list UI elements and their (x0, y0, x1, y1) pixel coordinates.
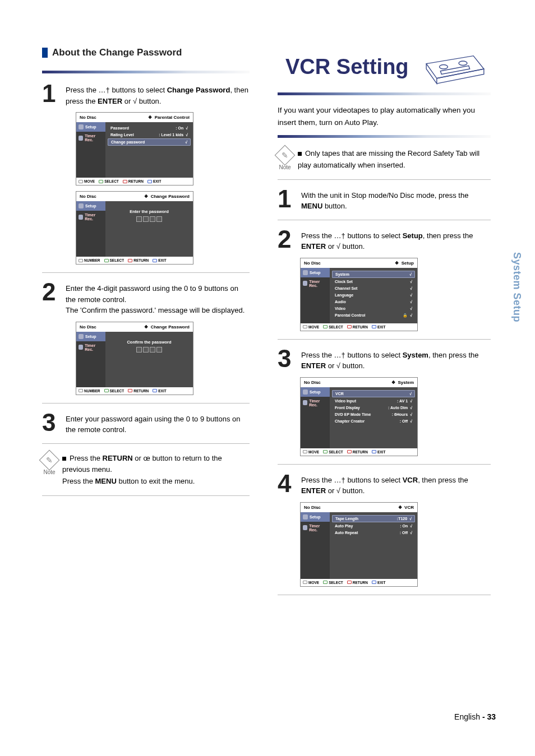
vcr-title-box: VCR Setting (278, 45, 491, 89)
osd-foot-icon (347, 450, 352, 453)
step-text: Press the …† buttons to select VCR, then… (301, 472, 491, 497)
osd-status: No Disc (304, 380, 321, 385)
osd-menu-row: VCR√ (332, 390, 415, 397)
osd-status: No Disc (304, 261, 321, 266)
step-3: 3 Enter your password again using the 0 … (42, 411, 250, 435)
osd-side-setup: Setup (301, 387, 330, 397)
timer-icon (79, 345, 83, 350)
osd-side-timer: Timer Rec. (301, 397, 330, 409)
osd-foot-item: MOVE (79, 179, 95, 183)
osd-foot-item: EXIT (153, 389, 166, 393)
divider (278, 595, 491, 595)
osd-rows-system: VCR√Video Input: AV 1√Front Display: Aut… (330, 387, 417, 448)
divider (42, 495, 250, 496)
note-block: ✎ Note Only tapes that are missing the R… (278, 147, 491, 171)
osd-side-setup: Setup (76, 332, 105, 341)
osd-foot-icon (104, 259, 109, 262)
timer-icon (79, 136, 83, 141)
osd-password-entry: Enter the password (105, 203, 193, 229)
osd-parental-control: No Disc ❖ Parental Control Setup Timer R… (76, 112, 193, 185)
osd-side-setup: Setup (76, 122, 105, 132)
divider (42, 403, 250, 403)
osd-foot-item: SELECT (323, 581, 343, 585)
osd-title: ❖ Setup (395, 261, 414, 266)
osd-foot-icon (372, 581, 376, 584)
osd-menu-row: Rating Level: Level 1 kids√ (108, 132, 191, 138)
osd-menu-row: Front Display: Auto Dim√ (332, 405, 415, 411)
timer-icon (303, 400, 307, 405)
cassette-icon (423, 53, 487, 85)
step-1-right: 1 With the unit in Stop mode/No Disc mod… (278, 188, 491, 212)
osd-foot-icon (128, 259, 132, 262)
osd-menu-row: DVD EP Mode Time: 6Hours√ (332, 411, 415, 418)
timer-icon (303, 525, 307, 530)
osd-foot-icon (123, 180, 127, 183)
step-number-icon: 2 (42, 281, 59, 303)
divider (278, 220, 491, 220)
osd-side-timer: Timer Rec. (76, 341, 105, 354)
osd-status: No Disc (80, 115, 96, 120)
step-number-icon: 3 (42, 411, 59, 434)
osd-setup-menu: No Disc ❖ Setup Setup Timer Rec. System√… (300, 258, 418, 331)
svg-point-1 (459, 61, 467, 65)
osd-status: No Disc (304, 505, 321, 510)
osd-menu-row: System√ (332, 271, 415, 278)
divider (278, 339, 491, 340)
osd-foot-item: SELECT (323, 325, 343, 329)
bullet-icon (62, 457, 66, 461)
osd-vcr-menu: No Disc ❖ VCR Setup Timer Rec. Tape Leng… (300, 502, 418, 587)
osd-side-timer: Timer Rec. (76, 211, 105, 223)
osd-foot-icon (303, 325, 307, 328)
osd-foot-icon (147, 180, 152, 183)
osd-foot-icon (372, 325, 376, 328)
osd-foot-icon (153, 389, 157, 392)
step-number-icon: 1 (278, 188, 294, 210)
section-title: About the Change Password (52, 47, 182, 58)
osd-foot-item: MOVE (303, 325, 319, 329)
osd-menu-row: Video Input: AV 1√ (332, 398, 415, 404)
osd-foot-icon (347, 325, 352, 328)
gear-icon (79, 334, 84, 339)
osd-side-timer: Timer Rec. (76, 132, 105, 144)
step-text: Press the …† buttons to select Setup, th… (301, 228, 491, 252)
divider (278, 464, 491, 465)
osd-password-confirm: Confirm the password (105, 334, 193, 359)
osd-title: ❖ VCR (398, 505, 414, 510)
lock-icon: 🔒 (403, 313, 408, 318)
osd-foot-item: RETURN (347, 450, 368, 454)
osd-foot-icon (323, 581, 328, 584)
osd-side-setup: Setup (301, 512, 330, 522)
osd-foot-icon (323, 450, 328, 453)
osd-footer: MOVESELECTRETURNEXIT (301, 579, 417, 586)
osd-title: ❖ Change Password (144, 194, 190, 199)
osd-foot-icon (303, 581, 307, 584)
osd-menu-row: Channel Set√ (332, 285, 415, 291)
gear-icon (79, 124, 84, 129)
osd-foot-icon (79, 389, 83, 392)
osd-foot-item: EXIT (153, 258, 166, 262)
section-header: About the Change Password (42, 45, 250, 63)
timer-icon (79, 215, 83, 220)
step-number-icon: 1 (42, 82, 59, 105)
osd-menu-row: Password: On√ (108, 125, 191, 131)
osd-menu-row: Auto Repeat: Off√ (332, 530, 415, 536)
divider (42, 443, 250, 444)
osd-menu-row: Video√ (332, 305, 415, 312)
osd-footer: MOVESELECTRETURNEXIT (301, 323, 417, 331)
osd-foot-icon (303, 450, 307, 453)
gear-icon (303, 514, 308, 520)
step-4-right: 4 Press the …† buttons to select VCR, th… (278, 472, 491, 497)
note-block: ✎ Note Press the RETURN or œ button to r… (42, 452, 250, 488)
step-number-icon: 4 (278, 472, 294, 495)
osd-menu-row: Parental Control🔒√ (332, 312, 415, 319)
osd-foot-item: RETURN (347, 325, 368, 329)
timer-icon (303, 281, 307, 286)
osd-foot-item: NUMBER (79, 258, 100, 262)
osd-foot-icon (79, 259, 83, 262)
osd-menu-row: Audio√ (332, 299, 415, 305)
step-number-icon: 2 (278, 228, 294, 251)
osd-foot-item: RETURN (128, 258, 149, 262)
osd-foot-item: EXIT (372, 325, 385, 329)
osd-status: No Disc (80, 324, 96, 330)
osd-foot-item: SELECT (323, 450, 343, 454)
